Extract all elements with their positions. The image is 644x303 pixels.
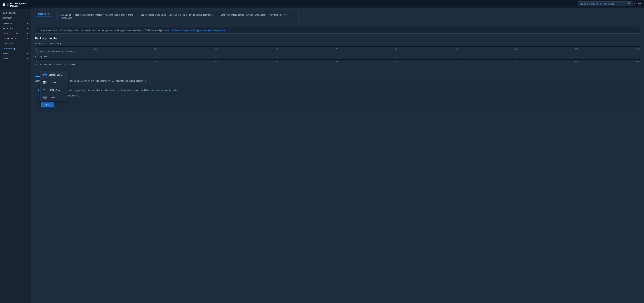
main-content: 🔍 ❓ </> Peer cluster Lets you select spe… xyxy=(31,0,644,303)
peer-cluster-area: Peer cluster Lets you select specific vo… xyxy=(35,11,640,24)
storagegrid-icon xyxy=(43,73,47,77)
ontap-s3-icon xyxy=(43,80,47,84)
others-icon xyxy=(43,95,47,99)
chevron-down-icon: ▾ xyxy=(27,22,28,24)
sidebar-sub-item-overview[interactable]: Overview xyxy=(0,41,31,46)
topbar-right: ❓ </> xyxy=(632,2,641,5)
info-icon-2: ℹ xyxy=(38,89,39,92)
backup-progress-container: Back up to cloud 0% 10% 20% 30% 40% 50% … xyxy=(35,55,640,66)
cloud-section: ℹ plicate data or metadata to the cloud … xyxy=(35,86,640,112)
info-card-consistency: Lets you protect a consistency group wit… xyxy=(218,11,298,21)
bucket-protection-title: Bucket protection xyxy=(35,37,640,40)
storagegrid-label: StorageGRID xyxy=(49,73,62,76)
add-button[interactable]: + Add ▾ xyxy=(41,102,54,107)
dropdown-menu: StorageGRID ONTAP S3 xyxy=(40,71,68,101)
ontap-s3-label: ONTAP S3 xyxy=(49,81,60,84)
code-icon[interactable]: </> xyxy=(638,2,641,5)
dropdown-item-others[interactable]: Others xyxy=(40,94,68,101)
topbar: 🔍 ❓ </> xyxy=(31,0,644,8)
chevron-down-icon: ▾ xyxy=(27,33,28,35)
info-card-backup: Lets you select which volumes you want t… xyxy=(138,11,218,21)
aws-icon: aws xyxy=(43,88,47,92)
peer-cluster-button[interactable]: Peer cluster xyxy=(35,11,53,16)
backup-label: Back up to cloud xyxy=(35,55,640,58)
chevron-up-icon: ▴ xyxy=(27,38,28,40)
brand-title: ONTAP System Manager xyxy=(10,2,28,7)
dropdown-item-ontap-s3[interactable]: ONTAP S3 xyxy=(40,78,68,86)
svg-text:aws: aws xyxy=(44,89,45,90)
notice-bar: ℹ NetApp SnapCenter software simplifies … xyxy=(35,27,640,33)
backup-status: 2 of the 2 buckets aren't backed up to t… xyxy=(35,63,640,66)
info-card-volumes: Lets you select specific volumes for pro… xyxy=(58,11,138,21)
backup-progress-labels: 0% 10% 20% 30% 40% 50% 60% 70% 80% 90% 1… xyxy=(35,61,640,63)
cloud-row-2: ject store provider to access the data b… xyxy=(38,94,637,97)
sidebar-item-network[interactable]: NETWORK ▾ xyxy=(0,26,31,31)
info-icon: ℹ xyxy=(38,29,38,32)
chevron-down-icon: ▾ xyxy=(27,27,28,29)
search-bar[interactable]: 🔍 xyxy=(578,1,632,6)
snapmirror-label: SnapMirror (local or remote) xyxy=(35,42,640,45)
svg-rect-9 xyxy=(45,81,46,82)
svg-rect-3 xyxy=(8,5,9,6)
bucket-protection-section: Bucket protection SnapMirror (local or r… xyxy=(35,37,640,82)
nav-section: DASHBOARD INSIGHTS STORAGE ▾ NETWORK ▾ E… xyxy=(0,9,31,62)
svg-rect-11 xyxy=(45,82,46,84)
chevron-down-icon: ▾ xyxy=(27,58,28,60)
svg-rect-8 xyxy=(44,81,45,82)
add-button-label: Add xyxy=(46,103,50,106)
cloud-row-1: ℹ plicate data or metadata to the cloud … xyxy=(38,89,637,92)
sidebar-item-insights[interactable]: INSIGHTS xyxy=(0,15,31,21)
add-chevron-icon: ▾ xyxy=(50,103,52,106)
hamburger-icon[interactable]: ☰ xyxy=(2,3,5,6)
search-input[interactable] xyxy=(580,2,626,5)
snapmirror-status: 2 of the 2 2 of the 2 buckets aren't pro… xyxy=(35,50,640,53)
chevron-down-icon: ▾ xyxy=(27,53,28,54)
help-icon[interactable]: ❓ xyxy=(632,2,636,5)
snapmirror-progress-labels: 0% 10% 20% 30% 40% 50% 60% 70% 80% 90% 1… xyxy=(35,48,640,50)
sidebar-item-cluster[interactable]: CLUSTER ▾ xyxy=(0,56,31,61)
protect-buckets-description: Lets you select specific buckets for set… xyxy=(35,79,640,82)
snapmirror-progress-track xyxy=(35,46,640,47)
sidebar-item-hosts[interactable]: HOSTS ▾ xyxy=(0,51,31,56)
sidebar-item-dashboard[interactable]: DASHBOARD xyxy=(0,10,31,15)
sidebar-item-protection[interactable]: PROTECTION ▴ xyxy=(0,36,31,41)
sidebar-sub-item-relationships[interactable]: Relationships xyxy=(0,46,31,51)
info-cards: Lets you select specific volumes for pro… xyxy=(58,11,298,22)
content-area: Peer cluster Lets you select specific vo… xyxy=(31,8,644,303)
search-icon: 🔍 xyxy=(628,2,630,5)
brand-logo: ONTAP System Manager xyxy=(6,2,28,7)
dropdown-item-storagegrid[interactable]: StorageGRID xyxy=(40,71,68,78)
sidebar-item-events[interactable]: EVENTS & JOBS ▾ xyxy=(0,31,31,36)
backup-progress-track xyxy=(35,59,640,60)
others-label: Others xyxy=(49,96,56,99)
plus-icon: + xyxy=(43,103,44,106)
svg-rect-0 xyxy=(7,3,8,5)
amazon-s3-label: Amazon S3 xyxy=(49,89,60,91)
svg-rect-10 xyxy=(44,82,45,84)
snapcenter-link[interactable]: Use NetApp SnapCenter for application-co… xyxy=(170,29,226,31)
svg-rect-1 xyxy=(8,3,9,5)
svg-rect-2 xyxy=(7,5,8,6)
sidebar-item-storage[interactable]: STORAGE ▾ xyxy=(0,21,31,26)
snapmirror-progress-container: SnapMirror (local or remote) 0% 10% 20% … xyxy=(35,42,640,53)
sidebar: ☰ ONTAP System Manager DASHBOARD INSIGHT… xyxy=(0,0,31,303)
sidebar-header: ☰ ONTAP System Manager xyxy=(0,0,31,9)
dropdown-item-amazon-s3[interactable]: aws Amazon S3 xyxy=(40,86,68,94)
bottom-bar: + Add ▾ xyxy=(38,100,637,109)
